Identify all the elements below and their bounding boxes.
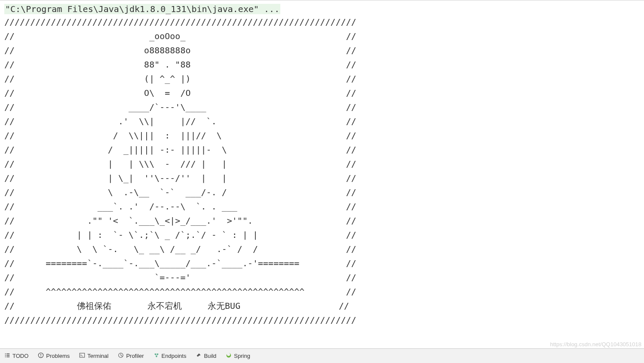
bottom-toolbar: TODO Problems Terminal Profiler Endpoint… [0,348,644,363]
endpoints-icon [153,352,159,360]
log-line: 2021-02-23 20:39:47.068 INFO 20124 --- [… [4,328,640,337]
watermark-text: https://blog.csdn.net/QQ1043051018 [550,341,642,348]
problems-label: Problems [46,353,70,359]
build-tab[interactable]: Build [195,351,217,361]
ascii-art-banner: ////////////////////////////////////////… [4,15,640,327]
profiler-icon [118,352,124,360]
svg-rect-1 [41,354,41,356]
hammer-icon [196,352,202,360]
endpoints-tab[interactable]: Endpoints [153,351,187,361]
spring-tab[interactable]: Spring [225,351,251,361]
todo-label: TODO [12,353,28,359]
terminal-tab[interactable]: Terminal [78,351,109,361]
terminal-label: Terminal [87,353,108,359]
spring-label: Spring [234,353,250,359]
problems-tab[interactable]: Problems [37,351,71,361]
command-line: "C:\Program Files\Java\jdk1.8.0_131\bin\… [4,4,280,14]
profiler-tab[interactable]: Profiler [117,351,144,361]
profiler-label: Profiler [126,353,144,359]
build-label: Build [204,353,216,359]
svg-rect-2 [41,356,41,357]
warning-icon [38,352,44,360]
endpoints-label: Endpoints [162,353,187,359]
console-output[interactable]: "C:\Program Files\Java\jdk1.8.0_131\bin\… [0,0,644,337]
terminal-icon [79,352,85,360]
svg-rect-3 [80,353,85,357]
spring-icon [226,352,232,360]
todo-tab[interactable]: TODO [3,351,29,361]
list-icon [4,352,10,360]
